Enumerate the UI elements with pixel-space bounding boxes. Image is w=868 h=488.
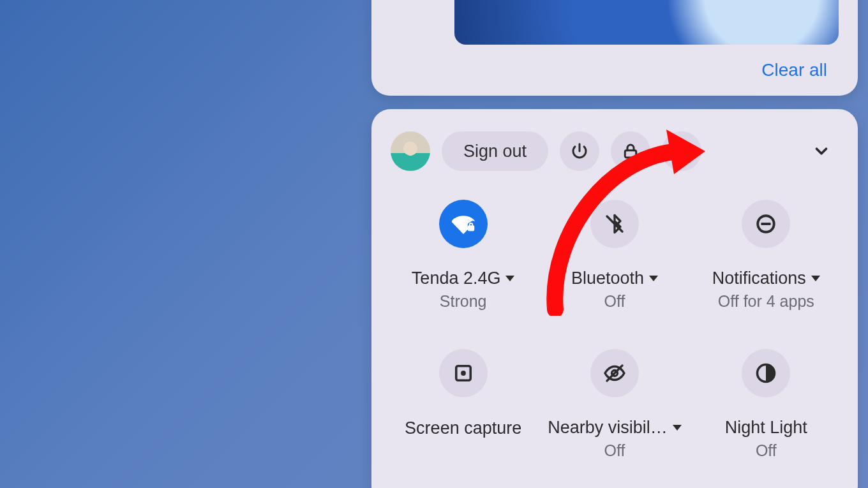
notifications-label-row[interactable]: Notifications (712, 269, 820, 288)
wifi-lock-icon (452, 212, 475, 235)
chevron-down-icon (812, 142, 831, 161)
svg-point-1 (679, 149, 684, 154)
night-light-label: Night Light (725, 418, 807, 438)
nearby-visibility-toggle[interactable] (590, 349, 639, 397)
svg-point-6 (461, 371, 466, 376)
quick-settings-header: Sign out (391, 126, 839, 177)
caret-down-icon (505, 276, 514, 281)
night-light-label-row[interactable]: Night Light (725, 418, 807, 438)
notification-panel: Clear all (371, 0, 858, 96)
night-light-icon (754, 362, 777, 385)
notification-media-thumbnail[interactable] (454, 0, 839, 45)
gear-icon (672, 142, 691, 161)
wifi-toggle[interactable] (439, 200, 488, 248)
clear-all-button[interactable]: Clear all (761, 60, 827, 80)
notifications-toggle[interactable] (742, 200, 790, 248)
caret-down-icon (811, 276, 820, 281)
user-avatar[interactable] (391, 131, 430, 171)
bluetooth-toggle[interactable] (590, 200, 639, 248)
bluetooth-label: Bluetooth (571, 269, 644, 288)
bluetooth-tile: Bluetooth Off (542, 200, 687, 311)
power-icon (570, 142, 589, 161)
quick-settings-tiles: Tenda 2.4G Strong Bluetooth Off (391, 200, 839, 460)
lock-icon (621, 142, 640, 161)
night-light-tile: Night Light Off (694, 349, 839, 460)
wifi-label: Tenda 2.4G (412, 269, 501, 288)
screen-capture-label-row[interactable]: Screen capture (405, 418, 521, 440)
lock-button[interactable] (611, 131, 650, 171)
nearby-label-row[interactable]: Nearby visibil… (548, 418, 682, 438)
do-not-disturb-icon (754, 212, 777, 235)
svg-rect-2 (468, 226, 474, 231)
night-light-toggle[interactable] (742, 349, 790, 397)
bluetooth-label-row[interactable]: Bluetooth (571, 269, 658, 288)
sign-out-label: Sign out (463, 142, 527, 161)
wifi-status: Strong (440, 292, 487, 311)
caret-down-icon (673, 425, 682, 431)
power-button[interactable] (560, 131, 599, 171)
visibility-off-icon (603, 362, 626, 385)
collapse-button[interactable] (804, 134, 839, 168)
notifications-label: Notifications (712, 269, 806, 288)
quick-settings-panel: Sign out (371, 109, 858, 488)
wifi-tile: Tenda 2.4G Strong (391, 200, 535, 311)
bluetooth-status: Off (604, 292, 625, 311)
screen-capture-label: Screen capture (405, 418, 521, 440)
svg-rect-0 (625, 151, 636, 158)
wifi-label-row[interactable]: Tenda 2.4G (412, 269, 515, 288)
settings-button[interactable] (662, 131, 701, 171)
nearby-visibility-tile: Nearby visibil… Off (542, 349, 687, 460)
screen-capture-button[interactable] (439, 349, 488, 397)
bluetooth-off-icon (603, 212, 626, 235)
nearby-status: Off (604, 441, 625, 460)
screen-capture-tile: Screen capture (391, 349, 535, 460)
notifications-tile: Notifications Off for 4 apps (694, 200, 839, 311)
sign-out-button[interactable]: Sign out (442, 131, 548, 171)
nearby-label: Nearby visibil… (548, 418, 668, 438)
night-light-status: Off (756, 441, 777, 460)
caret-down-icon (649, 276, 658, 281)
notifications-status: Off for 4 apps (718, 292, 814, 311)
screen-capture-icon (452, 362, 475, 385)
